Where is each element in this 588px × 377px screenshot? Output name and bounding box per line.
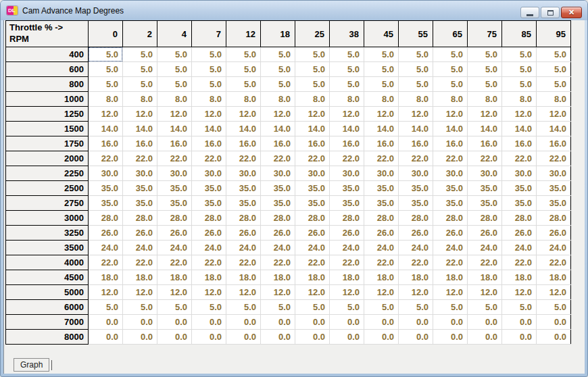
grid-cell[interactable]: 30.0	[226, 166, 261, 181]
grid-cell[interactable]: 5.0	[468, 300, 502, 315]
grid-cell[interactable]: 8.0	[537, 92, 571, 107]
grid-cell[interactable]: 14.0	[537, 122, 571, 136]
grid-cell[interactable]: 26.0	[226, 226, 261, 241]
grid-cell[interactable]: 8.0	[261, 92, 295, 107]
grid-cell[interactable]: 18.0	[433, 270, 468, 285]
grid-cell[interactable]: 0.0	[433, 330, 468, 345]
grid-cell[interactable]: 28.0	[123, 211, 157, 226]
grid-cell[interactable]: 0.0	[295, 315, 330, 330]
grid-cell[interactable]: 5.0	[433, 300, 468, 315]
grid-cell[interactable]: 5.0	[537, 62, 571, 77]
grid-cell[interactable]: 26.0	[502, 226, 537, 241]
grid-cell[interactable]: 30.0	[295, 166, 330, 181]
grid-cell[interactable]: 16.0	[226, 136, 261, 151]
grid-cell[interactable]: 5.0	[192, 77, 226, 92]
grid-cell[interactable]: 26.0	[123, 226, 157, 241]
grid-cell[interactable]: 14.0	[433, 122, 468, 136]
grid-cell[interactable]: 24.0	[364, 241, 399, 255]
grid-cell[interactable]: 12.0	[295, 285, 330, 300]
grid-cell[interactable]: 22.0	[433, 255, 468, 270]
grid-cell[interactable]: 5.0	[123, 77, 157, 92]
grid-cell[interactable]: 28.0	[537, 211, 571, 226]
grid-cell[interactable]: 12.0	[89, 107, 123, 122]
grid-cell[interactable]: 24.0	[89, 241, 123, 255]
grid-cell[interactable]: 5.0	[399, 47, 433, 62]
grid-cell[interactable]: 28.0	[468, 211, 502, 226]
grid-cell[interactable]: 5.0	[226, 47, 261, 62]
grid-cell[interactable]: 18.0	[157, 270, 192, 285]
grid-cell[interactable]: 12.0	[537, 285, 571, 300]
grid-cell[interactable]: 35.0	[399, 181, 433, 196]
grid-cell[interactable]: 35.0	[399, 196, 433, 211]
grid-cell[interactable]: 18.0	[295, 270, 330, 285]
grid-cell[interactable]: 22.0	[330, 151, 364, 166]
grid-cell[interactable]: 35.0	[502, 181, 537, 196]
grid-cell[interactable]: 18.0	[226, 270, 261, 285]
grid-cell[interactable]: 14.0	[89, 122, 123, 136]
grid-cell[interactable]: 5.0	[261, 77, 295, 92]
grid-cell[interactable]: 12.0	[468, 285, 502, 300]
grid-cell[interactable]: 0.0	[502, 315, 537, 330]
grid-cell[interactable]: 5.0	[226, 62, 261, 77]
grid-cell[interactable]: 16.0	[261, 136, 295, 151]
grid-cell[interactable]: 0.0	[537, 330, 571, 345]
grid-cell[interactable]: 28.0	[226, 211, 261, 226]
grid-cell[interactable]: 22.0	[399, 255, 433, 270]
grid-cell[interactable]: 28.0	[399, 211, 433, 226]
grid-cell[interactable]: 12.0	[502, 285, 537, 300]
grid-cell[interactable]: 35.0	[89, 181, 123, 196]
grid-cell[interactable]: 5.0	[89, 77, 123, 92]
grid-cell[interactable]: 30.0	[261, 166, 295, 181]
grid-cell[interactable]: 35.0	[433, 181, 468, 196]
grid-cell[interactable]: 22.0	[89, 255, 123, 270]
grid-cell[interactable]: 35.0	[157, 181, 192, 196]
grid-cell[interactable]: 35.0	[537, 196, 571, 211]
grid-cell[interactable]: 8.0	[89, 92, 123, 107]
grid-cell[interactable]: 30.0	[330, 166, 364, 181]
grid-cell[interactable]: 24.0	[226, 241, 261, 255]
grid-cell[interactable]: 0.0	[330, 330, 364, 345]
grid-cell[interactable]: 12.0	[330, 107, 364, 122]
grid-cell[interactable]: 24.0	[157, 241, 192, 255]
grid-cell[interactable]: 26.0	[261, 226, 295, 241]
grid-cell[interactable]: 14.0	[399, 122, 433, 136]
tab-graph[interactable]: Graph	[14, 358, 49, 372]
grid-cell[interactable]: 12.0	[399, 107, 433, 122]
minimize-button[interactable]	[520, 7, 539, 18]
grid-cell[interactable]: 28.0	[157, 211, 192, 226]
grid-cell[interactable]: 0.0	[330, 315, 364, 330]
grid-cell[interactable]: 8.0	[157, 92, 192, 107]
grid-cell[interactable]: 35.0	[295, 181, 330, 196]
grid-cell[interactable]: 22.0	[399, 151, 433, 166]
grid-cell[interactable]: 30.0	[399, 166, 433, 181]
grid-cell[interactable]: 22.0	[537, 151, 571, 166]
grid-cell[interactable]: 5.0	[226, 300, 261, 315]
grid-cell[interactable]: 8.0	[192, 92, 226, 107]
grid-cell[interactable]: 0.0	[468, 330, 502, 345]
grid-cell[interactable]: 35.0	[295, 196, 330, 211]
grid-cell[interactable]: 35.0	[330, 181, 364, 196]
grid-cell[interactable]: 5.0	[537, 47, 571, 62]
grid-cell[interactable]: 35.0	[261, 181, 295, 196]
grid-cell[interactable]: 5.0	[89, 62, 123, 77]
grid-cell[interactable]: 35.0	[468, 181, 502, 196]
grid-cell[interactable]: 35.0	[364, 181, 399, 196]
grid-cell[interactable]: 30.0	[89, 166, 123, 181]
grid-cell[interactable]: 0.0	[399, 330, 433, 345]
grid-cell[interactable]: 5.0	[537, 300, 571, 315]
grid-cell[interactable]: 12.0	[399, 285, 433, 300]
grid-cell[interactable]: 26.0	[537, 226, 571, 241]
grid-cell[interactable]: 8.0	[364, 92, 399, 107]
grid-cell[interactable]: 5.0	[502, 47, 537, 62]
grid-cell[interactable]: 14.0	[295, 122, 330, 136]
grid-cell[interactable]: 18.0	[537, 270, 571, 285]
grid-cell[interactable]: 14.0	[226, 122, 261, 136]
grid-cell[interactable]: 35.0	[192, 181, 226, 196]
grid-cell[interactable]: 0.0	[295, 330, 330, 345]
grid-cell[interactable]: 24.0	[295, 241, 330, 255]
grid-cell[interactable]: 22.0	[330, 255, 364, 270]
grid-cell[interactable]: 16.0	[364, 136, 399, 151]
grid-cell[interactable]: 5.0	[502, 77, 537, 92]
grid-cell[interactable]: 5.0	[295, 62, 330, 77]
grid-cell[interactable]: 28.0	[433, 211, 468, 226]
